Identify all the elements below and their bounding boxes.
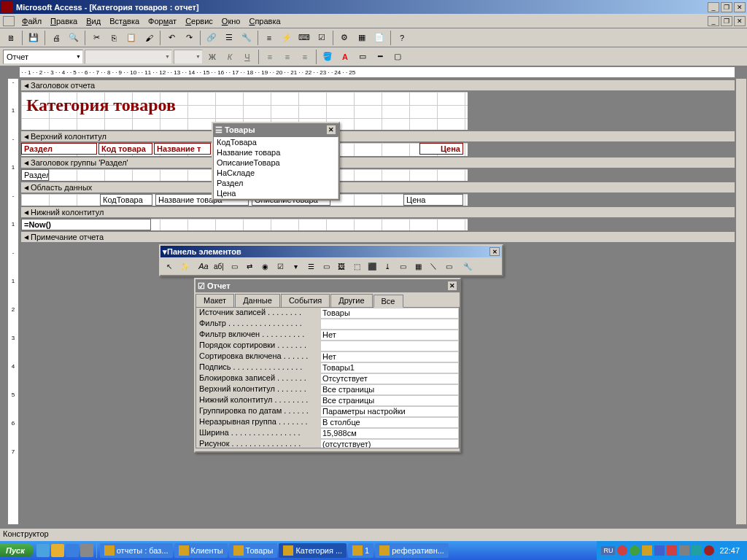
line-tool-icon[interactable]: ＼ xyxy=(426,259,441,273)
save-icon[interactable]: 💾 xyxy=(26,30,42,46)
tab-tool-icon[interactable]: ▭ xyxy=(395,259,410,273)
menu-window[interactable]: Окно xyxy=(217,15,245,27)
fieldlist-window[interactable]: ☰ Товары ✕ КодТовара Название товара Опи… xyxy=(212,122,340,201)
vertical-scrollbar[interactable] xyxy=(735,78,747,525)
property-value[interactable]: 15,988см xyxy=(320,428,459,439)
tray-icon[interactable] xyxy=(642,545,652,556)
property-value[interactable]: Товары xyxy=(320,308,459,319)
wizards-icon[interactable]: ✨ xyxy=(177,259,192,273)
ql-desktop-icon[interactable] xyxy=(66,544,79,557)
tray-icon[interactable] xyxy=(630,545,640,556)
tray-icon[interactable] xyxy=(617,545,627,556)
section-page-footer-bar[interactable]: Нижний колонтитул xyxy=(20,206,735,218)
menu-service[interactable]: Сервис xyxy=(181,15,217,27)
lang-indicator[interactable]: RU xyxy=(601,546,615,555)
mdi-control-icon[interactable] xyxy=(3,16,15,26)
more-tool-icon[interactable]: 🔧 xyxy=(460,259,475,273)
rect-tool-icon[interactable]: ▭ xyxy=(441,259,456,273)
report-title-label[interactable]: Категория товаров xyxy=(23,93,179,117)
properties-titlebar[interactable]: ☑ Отчет ✕ xyxy=(196,279,460,292)
image-tool-icon[interactable]: 🖼 xyxy=(334,259,349,273)
vertical-ruler[interactable]: -1-1-1-1234567 xyxy=(7,78,19,525)
section-group-header-bar[interactable]: Заголовок группы 'Раздел' xyxy=(20,157,735,168)
property-value[interactable]: Нет xyxy=(320,330,459,341)
listbox-tool-icon[interactable]: ☰ xyxy=(303,259,318,273)
label-section[interactable]: Раздел xyxy=(21,143,97,155)
sort-group-icon[interactable]: ≡ xyxy=(261,30,277,46)
field-code[interactable]: КодТовара xyxy=(100,194,152,206)
label-name[interactable]: Название т xyxy=(154,143,211,155)
fieldlist-item[interactable]: ОписаниеТовара xyxy=(214,158,338,168)
mdi-minimize-button[interactable]: _ xyxy=(708,16,719,26)
taskbar-task[interactable]: Категория ... xyxy=(279,543,347,558)
field-price[interactable]: Цена xyxy=(403,194,463,206)
fieldlist-item[interactable]: Цена xyxy=(214,188,338,198)
toolbox-close-button[interactable]: ✕ xyxy=(489,247,500,256)
print-icon[interactable]: 🖨 xyxy=(48,30,64,46)
taskbar-clock[interactable]: 22:47 xyxy=(716,546,743,555)
field-now[interactable]: =Now() xyxy=(21,219,151,230)
property-value[interactable] xyxy=(320,341,459,351)
property-row[interactable]: Группировка по датам . . . . . .Параметр… xyxy=(196,406,459,417)
help-icon[interactable]: ? xyxy=(394,30,410,46)
properties-grid[interactable]: Источник записей . . . . . . . .ТоварыФи… xyxy=(196,307,460,448)
checkbox-tool-icon[interactable]: ☑ xyxy=(273,259,287,273)
menu-edit[interactable]: Правка xyxy=(46,15,82,27)
special-effect-icon[interactable]: ▢ xyxy=(390,49,406,65)
ql-media-icon[interactable] xyxy=(80,544,93,557)
label-code[interactable]: Код товара xyxy=(98,143,152,155)
fieldlist-item[interactable]: КодТовара xyxy=(214,137,338,147)
menu-format[interactable]: Формат xyxy=(144,15,181,27)
combobox-tool-icon[interactable]: ▾ xyxy=(288,259,303,273)
subform-tool-icon[interactable]: ▦ xyxy=(411,259,425,273)
horizontal-ruler[interactable]: · · 1 · · 2 · · 3 · · 4 · · 5 · · 6 · · … xyxy=(19,66,735,78)
textbox-tool-icon[interactable]: аб| xyxy=(212,259,226,273)
property-row[interactable]: Неразрывная группа . . . . . . .В столбц… xyxy=(196,417,459,428)
ql-outlook-icon[interactable] xyxy=(51,544,64,557)
toolbox-icon[interactable]: 🔧 xyxy=(239,30,255,46)
view-icon[interactable]: 🗎 xyxy=(3,30,19,46)
properties-window[interactable]: ☑ Отчет ✕ Макет Данные События Другие Вс… xyxy=(194,278,461,453)
property-row[interactable]: Нижний колонтитул . . . . . . . .Все стр… xyxy=(196,395,459,406)
property-row[interactable]: Ширина . . . . . . . . . . . . . . . .15… xyxy=(196,428,459,439)
database-window-icon[interactable]: ▦ xyxy=(354,30,370,46)
property-row[interactable]: Блокировка записей . . . . . . .Отсутств… xyxy=(196,373,459,384)
minimize-button[interactable]: _ xyxy=(708,2,719,12)
property-value[interactable]: В столбце xyxy=(320,417,459,428)
tray-icon[interactable] xyxy=(692,545,702,556)
pointer-icon[interactable]: ↖ xyxy=(162,259,177,273)
new-object-icon[interactable]: 📄 xyxy=(371,30,387,46)
property-row[interactable]: Сортировка включена . . . . . .Нет xyxy=(196,351,459,362)
button-tool-icon[interactable]: ▭ xyxy=(319,259,333,273)
menu-help[interactable]: Справка xyxy=(244,15,285,27)
optiongroup-tool-icon[interactable]: ▭ xyxy=(227,259,241,273)
format-painter-icon[interactable]: 🖌 xyxy=(141,30,157,46)
fillcolor-icon[interactable]: 🪣 xyxy=(320,49,336,65)
close-button[interactable]: ✕ xyxy=(734,2,746,12)
tray-icon[interactable] xyxy=(667,545,677,556)
property-value[interactable]: Все страницы xyxy=(320,384,459,395)
fieldlist-item[interactable]: Название товара xyxy=(214,147,338,158)
property-value[interactable]: Нет xyxy=(320,351,459,362)
code-icon[interactable]: ⌨ xyxy=(296,30,312,46)
section-report-footer-bar[interactable]: Примечание отчета xyxy=(20,231,735,243)
insert-hyperlink-icon[interactable]: 🔗 xyxy=(204,30,220,46)
property-row[interactable]: Рисунок . . . . . . . . . . . . . . . .(… xyxy=(196,439,459,448)
preview-icon[interactable]: 🔍 xyxy=(66,30,82,46)
unbound-tool-icon[interactable]: ⬚ xyxy=(349,259,364,273)
fieldlist-item[interactable]: НаСкладе xyxy=(214,168,338,178)
copy-icon[interactable]: ⎘ xyxy=(106,30,122,46)
cut-icon[interactable]: ✂ xyxy=(88,30,104,46)
property-row[interactable]: Подпись . . . . . . . . . . . . . . . .Т… xyxy=(196,362,459,373)
property-row[interactable]: Источник записей . . . . . . . .Товары xyxy=(196,308,459,319)
menu-view[interactable]: Вид xyxy=(82,15,105,27)
fieldlist-icon[interactable]: ☰ xyxy=(221,30,237,46)
props-tab-layout[interactable]: Макет xyxy=(196,294,234,307)
undo-icon[interactable]: ↶ xyxy=(163,30,179,46)
taskbar-task[interactable]: отчеты : баз... xyxy=(100,543,173,558)
mdi-close-button[interactable]: ✕ xyxy=(734,16,746,26)
borderwidth-icon[interactable]: ━ xyxy=(372,49,388,65)
property-value[interactable]: Параметры настройки xyxy=(320,406,459,417)
label-price[interactable]: Цена xyxy=(419,143,463,155)
fieldlist-item[interactable]: Раздел xyxy=(214,178,338,188)
